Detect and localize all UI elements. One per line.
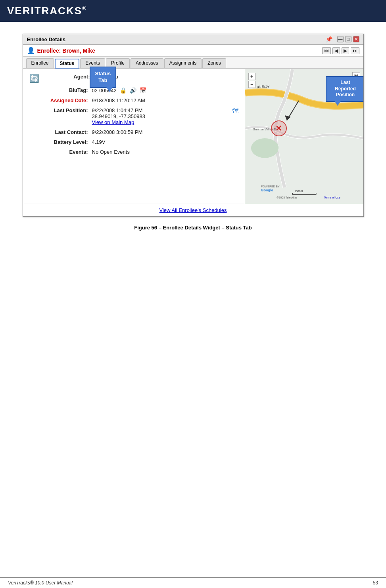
- widget-title: Enrollee Details: [27, 36, 66, 42]
- lrp-arrow: [334, 101, 341, 106]
- last-reported-position-callout: Last Reported Position: [326, 76, 363, 102]
- restore-button[interactable]: □: [345, 36, 351, 42]
- first-nav-button[interactable]: ⏮: [322, 47, 331, 54]
- last-position-value: 9/22/2008 1:04:47 PM 38.949019, -77.3509…: [92, 107, 230, 125]
- blutag-value: 02-005942 🔒 🔊 📅: [92, 87, 238, 94]
- app-header: VERITRACKS®: [0, 0, 386, 22]
- blutag-label: BluTag:: [40, 87, 92, 93]
- zoom-out-button[interactable]: −: [248, 81, 255, 88]
- svg-text:Google: Google: [261, 188, 273, 192]
- enrollee-name: 👤 Enrollee: Brown, Mike: [27, 47, 95, 54]
- svg-text:©2008 Tele Atlas: ©2008 Tele Atlas: [277, 196, 298, 199]
- figure-caption: Figure 56 – Enrollee Details Widget – St…: [134, 225, 252, 231]
- pin-icon: 📌: [326, 36, 332, 42]
- agent-row: 🔄 Agent: Mike Shea: [29, 74, 238, 83]
- footer-manual-label: VeriTracks® 10.0 User Manual: [8, 580, 73, 586]
- last-contact-label: Last Contact:: [40, 129, 92, 135]
- tab-enrollee[interactable]: Enrollee: [26, 58, 54, 68]
- assigned-date-label: Assigned Date:: [40, 97, 92, 103]
- lock-icon[interactable]: 🔒: [120, 87, 127, 94]
- enrollee-nav: ⏮ ◀ ▶ ⏭: [322, 47, 359, 54]
- calendar-icon[interactable]: 📅: [140, 87, 146, 94]
- blutag-row: BluTag: 02-005942 🔒 🔊 📅: [29, 87, 238, 94]
- main-content: Enrollee Details 📌 — □ ✕ 👤 Enrollee: Bro…: [0, 22, 386, 239]
- widget-controls: 📌 — □ ✕: [326, 36, 359, 42]
- svg-text:POWERED BY: POWERED BY: [261, 185, 279, 188]
- footer-page-number: 53: [373, 580, 378, 586]
- widget-titlebar: Enrollee Details 📌 — □ ✕: [23, 34, 363, 45]
- tabs-row: Enrollee Status Events Profile Addresses…: [23, 57, 363, 69]
- zoom-in-button[interactable]: +: [248, 73, 255, 80]
- details-panel: 🔄 Agent: Mike Shea BluTag: 02-005942 🔒 🔊: [23, 69, 245, 204]
- map-controls: + −: [248, 73, 255, 88]
- battery-label: Battery Level:: [40, 139, 92, 145]
- sound-icon[interactable]: 🔊: [130, 87, 136, 94]
- last-nav-button[interactable]: ⏭: [351, 47, 359, 54]
- widget-body: 🔄 Agent: Mike Shea BluTag: 02-005942 🔒 🔊: [23, 69, 363, 204]
- marker-x-icon: ✕: [275, 124, 282, 133]
- map-link-icon[interactable]: 🗺: [232, 107, 238, 115]
- map-pointer-arrow: [279, 99, 301, 124]
- assigned-date-value: 9/18/2008 11:20:12 AM: [92, 97, 238, 103]
- widget-footer: View All Enrollee's Schedules: [23, 204, 363, 216]
- svg-point-1: [251, 138, 278, 158]
- map-placeholder: ult Expy Sunrise Valley Dr 12 POWERED BY…: [245, 69, 363, 204]
- last-contact-row: Last Contact: 9/22/2008 3:00:59 PM: [29, 129, 238, 135]
- svg-text:Terms of Use: Terms of Use: [324, 196, 340, 199]
- callout-arrow: [106, 87, 113, 92]
- page-footer: VeriTracks® 10.0 User Manual 53: [0, 577, 386, 588]
- app-logo: VERITRACKS®: [7, 5, 87, 17]
- events-value: No Open Events: [92, 149, 238, 155]
- battery-row: Battery Level: 4.19V: [29, 139, 238, 145]
- last-position-row: Last Position: 9/22/2008 1:04:47 PM 38.9…: [29, 107, 238, 125]
- view-all-schedules-link[interactable]: View All Enrollee's Schedules: [159, 207, 227, 213]
- next-nav-button[interactable]: ▶: [342, 47, 349, 54]
- battery-value: 4.19V: [92, 139, 238, 145]
- enrollee-header: 👤 Enrollee: Brown, Mike ⏮ ◀ ▶ ⏭: [23, 45, 363, 57]
- tab-zones[interactable]: Zones: [202, 58, 226, 68]
- status-tab-callout: StatusTab: [90, 67, 117, 88]
- events-row: Events: No Open Events: [29, 149, 238, 155]
- tab-addresses[interactable]: Addresses: [131, 58, 163, 68]
- assigned-date-row: Assigned Date: 9/18/2008 11:20:12 AM: [29, 97, 238, 103]
- svg-text:1000 ft: 1000 ft: [294, 190, 303, 193]
- view-main-map-link[interactable]: View on Main Map: [92, 119, 134, 125]
- events-label: Events:: [40, 149, 92, 155]
- map-panel: ult Expy Sunrise Valley Dr 12 POWERED BY…: [245, 69, 363, 204]
- last-position-label: Last Position:: [40, 107, 92, 113]
- tab-status[interactable]: Status: [55, 59, 80, 69]
- prev-nav-button[interactable]: ◀: [332, 47, 340, 54]
- last-contact-value: 9/22/2008 3:00:59 PM: [92, 129, 238, 135]
- tab-assignments[interactable]: Assignments: [164, 58, 202, 68]
- minimize-button[interactable]: —: [337, 36, 344, 42]
- enrollee-details-widget: Enrollee Details 📌 — □ ✕ 👤 Enrollee: Bro…: [23, 34, 364, 217]
- agent-label: Agent:: [42, 74, 94, 80]
- close-button[interactable]: ✕: [353, 36, 359, 42]
- person-icon: 👤: [27, 47, 35, 54]
- agent-icon: 🔄: [29, 74, 39, 83]
